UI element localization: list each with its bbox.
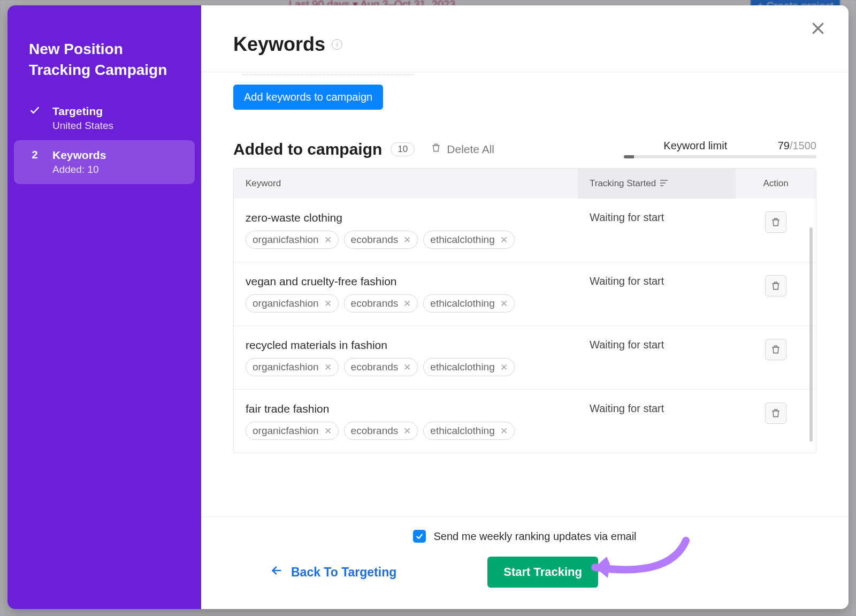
tag-label: ethicalclothing	[430, 361, 494, 373]
keyword-limit: Keyword limit 79/1500	[624, 140, 816, 158]
add-keywords-button[interactable]: Add keywords to campaign	[233, 85, 383, 110]
dotted-divider	[243, 74, 414, 75]
tag-remove-icon[interactable]: ✕	[500, 425, 508, 437]
cell-action	[736, 326, 816, 389]
step-label: Targeting	[52, 105, 180, 118]
email-opt-in: Send me weekly ranking updates via email	[233, 530, 816, 543]
tag-remove-icon[interactable]: ✕	[324, 362, 332, 373]
cell-keyword: recycled materials in fashionorganicfash…	[234, 326, 578, 389]
th-tracking-started[interactable]: Tracking Started	[578, 169, 736, 199]
section-header: Added to campaign 10 Delete All Keyword …	[233, 140, 816, 158]
tag-remove-icon[interactable]: ✕	[403, 425, 411, 437]
arrow-left-icon	[271, 565, 282, 580]
delete-row-button[interactable]	[765, 339, 786, 360]
step-body: Targeting United States	[52, 105, 180, 132]
email-label: Send me weekly ranking updates via email	[433, 530, 636, 543]
cell-action	[736, 262, 816, 325]
cell-action	[736, 199, 816, 262]
tag-remove-icon[interactable]: ✕	[324, 234, 332, 246]
tag-label: ethicalclothing	[430, 425, 494, 437]
limit-max: 1500	[793, 140, 817, 151]
check-icon	[29, 105, 41, 132]
back-label: Back To Targeting	[291, 565, 396, 580]
step-body: Keywords Added: 10	[52, 149, 180, 176]
tag-remove-icon[interactable]: ✕	[324, 425, 332, 437]
tag: organicfashion✕	[246, 231, 339, 249]
delete-all-label: Delete All	[447, 143, 494, 156]
cell-tracking-status: Waiting for start	[578, 390, 736, 453]
tag-label: organicfashion	[253, 298, 319, 309]
tag: organicfashion✕	[246, 358, 339, 376]
tag-remove-icon[interactable]: ✕	[500, 362, 508, 373]
table-row: fair trade fashionorganicfashion✕ecobran…	[234, 389, 816, 453]
scrollbar[interactable]	[809, 227, 813, 442]
tag-remove-icon[interactable]: ✕	[403, 362, 411, 373]
delete-row-button[interactable]	[765, 275, 786, 296]
table-row: zero-waste clothingorganicfashion✕ecobra…	[234, 199, 816, 262]
th-keyword[interactable]: Keyword	[234, 169, 578, 199]
modal-footer: Send me weekly ranking updates via email…	[201, 516, 849, 609]
svg-rect-4	[660, 185, 663, 186]
tag-remove-icon[interactable]: ✕	[324, 298, 332, 309]
tag: ecobrands✕	[344, 294, 418, 313]
sort-icon	[660, 179, 668, 188]
tag-remove-icon[interactable]: ✕	[500, 298, 508, 309]
tag: ecobrands✕	[344, 358, 418, 376]
limit-bar	[624, 155, 816, 158]
step-number-icon: 2	[29, 149, 41, 176]
tag-label: ethicalclothing	[430, 298, 494, 309]
tag-label: ethicalclothing	[430, 234, 494, 246]
limit-text: Keyword limit 79/1500	[624, 140, 816, 152]
section-title: Added to campaign	[233, 140, 382, 158]
step-sub: United States	[52, 120, 180, 132]
tag: ecobrands✕	[344, 231, 418, 249]
tag-remove-icon[interactable]: ✕	[403, 298, 411, 309]
back-to-targeting-button[interactable]: Back To Targeting	[271, 565, 396, 580]
tag: ethicalclothing✕	[423, 294, 514, 313]
cell-tracking-status: Waiting for start	[578, 326, 736, 389]
content-header: Keywords i	[201, 5, 849, 72]
tag-remove-icon[interactable]: ✕	[403, 234, 411, 246]
close-icon[interactable]	[810, 20, 828, 39]
footer-buttons: Back To Targeting Start Tracking	[233, 557, 816, 588]
step-label: Keywords	[52, 149, 180, 162]
keyword-tags: organicfashion✕ecobrands✕ethicalclothing…	[246, 422, 566, 440]
section-left: Added to campaign 10 Delete All	[233, 140, 494, 158]
keyword-name: zero-waste clothing	[246, 211, 566, 224]
svg-rect-2	[660, 180, 668, 181]
tag-label: organicfashion	[253, 361, 319, 373]
page-title: Keywords	[233, 33, 325, 56]
keyword-tags: organicfashion✕ecobrands✕ethicalclothing…	[246, 231, 566, 249]
keyword-count-badge: 10	[391, 142, 415, 156]
cell-keyword: zero-waste clothingorganicfashion✕ecobra…	[234, 199, 578, 262]
table-row: vegan and cruelty-free fashionorganicfas…	[234, 262, 816, 325]
step-keywords[interactable]: 2 Keywords Added: 10	[14, 140, 195, 184]
tag: organicfashion✕	[246, 294, 339, 313]
info-icon[interactable]: i	[332, 39, 342, 50]
tag-label: organicfashion	[253, 234, 319, 246]
tag-remove-icon[interactable]: ✕	[500, 234, 508, 246]
position-tracking-modal: New Position Tracking Campaign Targeting…	[7, 5, 849, 609]
th-action: Action	[736, 169, 816, 199]
delete-all-button[interactable]: Delete All	[431, 142, 494, 156]
delete-row-button[interactable]	[765, 402, 786, 424]
step-targeting[interactable]: Targeting United States	[7, 96, 201, 140]
tag-label: ecobrands	[351, 361, 399, 373]
start-tracking-button[interactable]: Start Tracking	[487, 557, 598, 588]
delete-row-button[interactable]	[765, 211, 786, 233]
keyword-name: recycled materials in fashion	[246, 339, 566, 352]
tag: ecobrands✕	[344, 422, 418, 440]
sidebar-title: New Position Tracking Campaign	[7, 39, 201, 96]
tag-label: ecobrands	[351, 298, 399, 309]
email-checkbox[interactable]	[413, 530, 426, 543]
limit-current: 79	[778, 140, 790, 151]
tag: organicfashion✕	[246, 422, 339, 440]
tag: ethicalclothing✕	[423, 231, 514, 249]
limit-bar-fill	[624, 155, 634, 158]
modal-content: Keywords i Add keywords to campaign Adde…	[201, 5, 849, 609]
cell-keyword: vegan and cruelty-free fashionorganicfas…	[234, 262, 578, 325]
keywords-table: Keyword Tracking Started Action zero-was…	[233, 168, 816, 453]
keyword-tags: organicfashion✕ecobrands✕ethicalclothing…	[246, 294, 566, 313]
table-rows: zero-waste clothingorganicfashion✕ecobra…	[234, 199, 816, 453]
tag-label: ecobrands	[351, 425, 399, 437]
